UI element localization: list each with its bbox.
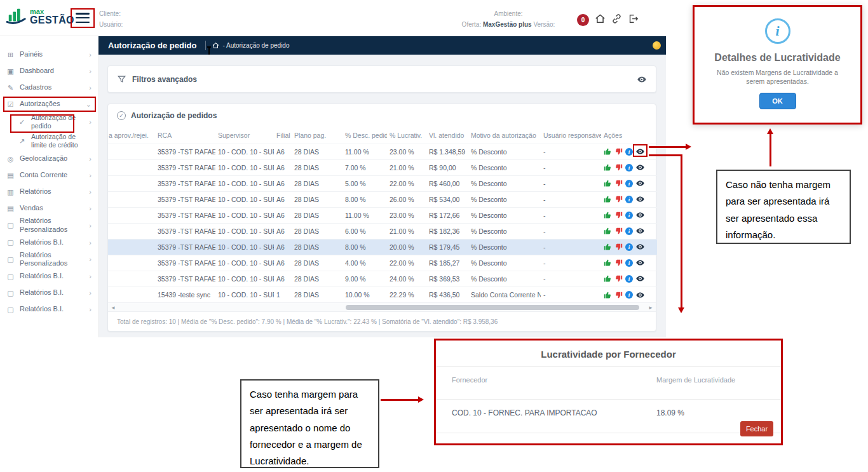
info-icon[interactable]: i	[625, 243, 633, 251]
view-profitability-icon[interactable]	[635, 195, 645, 203]
view-profitability-icon[interactable]	[635, 259, 645, 267]
info-icon[interactable]: i	[625, 291, 633, 299]
table-row-selected[interactable]: 35379 -TST RAFAEL 910 - COD. 10 - SUPERA…	[108, 239, 657, 255]
col-atendido[interactable]: Vl. atendido	[426, 127, 468, 144]
info-icon[interactable]: i	[625, 227, 633, 235]
reject-icon[interactable]	[614, 291, 623, 299]
view-profitability-icon[interactable]	[635, 227, 645, 235]
col-rca[interactable]: RCA	[155, 127, 215, 144]
sidebar-item-dashboard[interactable]: ▣Dashboard›	[0, 63, 98, 79]
sidebar-item-geolocalizacao[interactable]: ◎Geolocalização›	[0, 151, 98, 167]
col-aprov[interactable]: a aprov./rejei.	[108, 127, 155, 144]
table-row[interactable]: 35379 -TST RAFAEL 910 - COD. 10 - SUPERA…	[108, 223, 657, 239]
table-row[interactable]: 35379 -TST RAFAEL 910 - COD. 10 - SUPERA…	[108, 271, 657, 287]
table-row[interactable]: 35379 -TST RAFAEL 910 - COD. 10 - SUPERA…	[108, 175, 657, 191]
cell-plano: 28 DIAS	[292, 287, 342, 302]
info-icon[interactable]: i	[625, 259, 633, 267]
approve-icon[interactable]	[604, 274, 612, 283]
scrollbar-thumb[interactable]	[346, 305, 639, 310]
cell-atendido: R$ 534,00	[426, 191, 468, 207]
info-icon[interactable]: i	[625, 212, 633, 219]
reject-icon[interactable]	[614, 259, 623, 267]
reject-icon[interactable]	[614, 227, 623, 235]
view-profitability-icon[interactable]	[635, 163, 645, 172]
scroll-left-arrow[interactable]: ◄	[111, 304, 116, 311]
chevron-right-icon: ›	[89, 118, 92, 126]
reject-icon[interactable]	[614, 243, 623, 251]
home-icon[interactable]	[212, 42, 219, 49]
sidebar-item-autorizacao-limite-credito[interactable]: ↗Autorização de limite de crédito	[0, 131, 98, 151]
col-responsavel[interactable]: Usuário responsável	[541, 127, 601, 144]
reject-icon[interactable]	[614, 195, 623, 203]
approve-icon[interactable]	[604, 243, 612, 251]
sidebar-item-relatorios-bi[interactable]: ▢Relatórios B.I.›	[0, 234, 98, 251]
approve-icon[interactable]	[604, 211, 612, 219]
table-row[interactable]: 35379 -TST RAFAEL 910 - COD. 10 - SUPERA…	[108, 159, 657, 175]
col-plano[interactable]: Plano pag.	[292, 127, 342, 144]
sidebar-item-paineis[interactable]: ⊞Painéis›	[0, 46, 98, 63]
sidebar-item-relatorios-bi[interactable]: ▢Relatórios B.I.›	[0, 301, 98, 318]
status-dot[interactable]	[653, 41, 661, 50]
view-profitability-icon[interactable]	[635, 179, 645, 187]
horizontal-scrollbar[interactable]: ◄ ►	[108, 302, 656, 311]
approve-icon[interactable]	[604, 291, 612, 299]
advanced-filters-panel[interactable]: Filtros avançados	[107, 65, 656, 93]
view-profitability-icon[interactable]	[635, 274, 645, 283]
scroll-right-arrow[interactable]: ►	[648, 304, 653, 311]
info-icon[interactable]: i	[625, 164, 633, 172]
chevron-right-icon: ›	[89, 273, 92, 280]
link-icon[interactable]	[611, 13, 622, 24]
sidebar-item-relatorios-bi[interactable]: ▢Relatórios B.I.›	[0, 285, 98, 301]
reject-icon[interactable]	[614, 211, 623, 219]
approve-icon[interactable]	[604, 163, 612, 172]
home-icon[interactable]	[595, 13, 606, 24]
sidebar-item-label: Relatórios B.I.	[20, 272, 84, 281]
table-row[interactable]: 35379 -TST RAFAEL 910 - COD. 10 - SUPERA…	[108, 144, 657, 159]
info-icon[interactable]: i	[625, 196, 633, 203]
col-supervisor[interactable]: Supervisor	[215, 127, 274, 144]
sidebar-item-autorizacoes[interactable]: ☑Autorizações⌄	[0, 96, 98, 112]
orders-title: Autorização de pedidos	[131, 111, 217, 120]
col-desc[interactable]: % Desc. pedido	[342, 127, 387, 144]
cell-desc: 5.00 %	[342, 175, 387, 191]
approve-icon[interactable]	[604, 179, 612, 187]
ok-button[interactable]: OK	[759, 93, 796, 109]
info-icon[interactable]: i	[625, 148, 633, 156]
table-row[interactable]: 35379 -TST RAFAEL 910 - COD. 10 - SUPERA…	[108, 255, 657, 271]
approve-icon[interactable]	[604, 259, 612, 267]
col-lucrativ[interactable]: % Lucrativ.	[387, 127, 426, 144]
table-row[interactable]: 35379 -TST RAFAEL 910 - COD. 10 - SUPERA…	[108, 191, 657, 207]
sidebar-item-relatorios-bi[interactable]: ▢Relatórios B.I.›	[0, 268, 98, 285]
sidebar-item-conta-corrente[interactable]: ▤Conta Corrente›	[0, 167, 98, 184]
info-icon[interactable]: i	[625, 180, 633, 187]
fechar-button[interactable]: Fechar	[740, 421, 773, 436]
reject-icon[interactable]	[614, 147, 623, 156]
view-profitability-icon[interactable]	[635, 291, 645, 299]
table-row[interactable]: 35379 -TST RAFAEL 910 - COD. 10 - SUPERA…	[108, 207, 657, 223]
sidebar-item-relatorios[interactable]: ▥Relatórios›	[0, 184, 98, 200]
reject-icon[interactable]	[614, 163, 623, 172]
sidebar-item-vendas[interactable]: ▤Vendas›	[0, 200, 98, 217]
col-filial[interactable]: Filial	[274, 127, 292, 144]
col-motivo[interactable]: Motivo da autorização	[468, 127, 541, 144]
reject-icon[interactable]	[614, 274, 623, 283]
sidebar-item-relatorios-personalizados[interactable]: ▢Relatórios Personalizados›	[0, 217, 98, 234]
view-profitability-icon[interactable]	[635, 211, 645, 219]
sidebar-item-cadastros[interactable]: ✎Cadastros›	[0, 79, 98, 96]
toggle-filters-eye-icon[interactable]	[637, 75, 647, 84]
approve-icon[interactable]	[604, 195, 612, 203]
view-profitability-icon[interactable]	[635, 243, 645, 251]
approve-icon[interactable]	[604, 227, 612, 235]
approve-icon[interactable]	[604, 147, 612, 156]
chart-icon: ↗	[18, 137, 26, 145]
divider	[205, 41, 206, 50]
reject-icon[interactable]	[614, 179, 623, 187]
sidebar-item-relatorios-personalizados[interactable]: ▢Relatórios Personalizados›	[0, 251, 98, 269]
menu-toggle-button[interactable]	[76, 13, 90, 23]
notification-badge[interactable]: 0	[577, 14, 589, 26]
view-profitability-icon[interactable]	[635, 147, 645, 156]
info-icon[interactable]: i	[625, 275, 633, 283]
logout-icon[interactable]	[628, 13, 639, 24]
sidebar-item-autorizacao-de-pedido[interactable]: ✓Autorização de pedido›	[0, 112, 98, 131]
table-row[interactable]: 15439 -teste sync10 - COD. 10 - SUPER128…	[108, 287, 657, 302]
